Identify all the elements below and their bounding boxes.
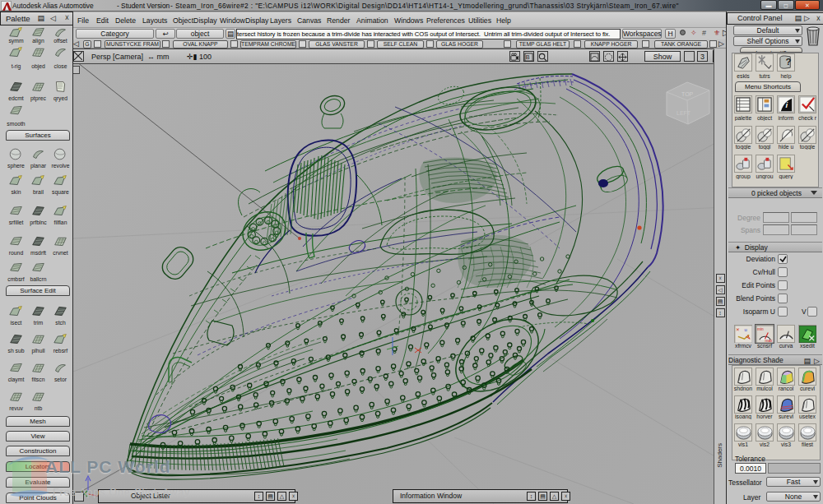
svg-text:B: B xyxy=(526,53,530,61)
svg-text:min: min xyxy=(757,327,764,331)
svg-text:LEFT: LEFT xyxy=(677,110,691,116)
svg-text:u: u xyxy=(744,327,746,332)
svg-text:TOP: TOP xyxy=(681,91,694,97)
svg-text:?: ? xyxy=(786,57,792,67)
svg-text:i: i xyxy=(786,100,788,109)
svg-text:✕: ✕ xyxy=(736,327,740,332)
